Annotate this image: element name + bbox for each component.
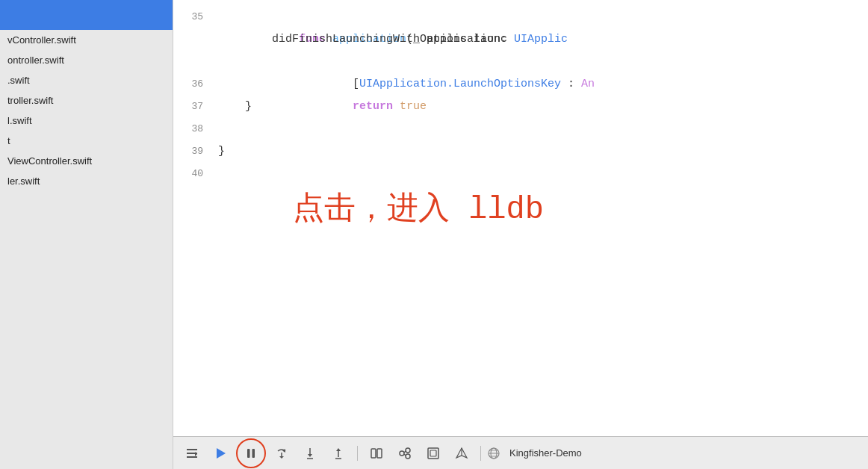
simulate-location-button[interactable] <box>449 443 474 464</box>
pause-button[interactable] <box>236 438 266 468</box>
sidebar-item-6[interactable]: t <box>0 131 173 151</box>
line-num-35: 35 <box>173 6 218 28</box>
hide-vars-icon <box>185 447 199 460</box>
step-out-icon <box>332 447 345 460</box>
step-into-icon <box>303 447 317 460</box>
svg-rect-6 <box>252 449 255 458</box>
svg-rect-23 <box>428 448 438 459</box>
line-num-40: 40 <box>173 163 218 185</box>
svg-rect-24 <box>430 450 436 456</box>
svg-point-18 <box>400 451 404 456</box>
divider-2 <box>480 446 481 461</box>
code-line-35: 35 func application(_ application: UIApp… <box>173 6 868 28</box>
code-line-37: 37 } <box>173 96 868 118</box>
sidebar-item-2[interactable]: ontroller.swift <box>0 50 173 70</box>
debug-toolbar: Pause program execution <box>173 436 868 469</box>
sidebar-item-3[interactable]: .swift <box>0 70 173 90</box>
annotation-text: 点击，进入 lldb <box>293 187 544 229</box>
pause-icon <box>244 447 258 460</box>
simulate-location-icon <box>455 447 468 460</box>
sidebar-item-4[interactable]: troller.swift <box>0 90 173 111</box>
continue-button[interactable] <box>208 443 233 464</box>
step-out-button[interactable] <box>326 443 351 464</box>
code-line-cont2: [UIApplication.LaunchOptionsKey : An <box>173 51 868 73</box>
code-lines: 35 func application(_ application: UIApp… <box>173 0 868 191</box>
svg-point-19 <box>406 448 410 453</box>
svg-rect-2 <box>187 456 197 458</box>
svg-rect-5 <box>247 449 250 458</box>
code-line-cont1: didFinishLaunchingWithOptions launc <box>173 28 868 51</box>
hide-debug-area-button[interactable] <box>179 443 205 464</box>
line-code-cont1: didFinishLaunchingWithOptions launc <box>218 28 868 51</box>
sidebar-item-5[interactable]: l.swift <box>0 111 173 131</box>
sidebar: vController.swift ontroller.swift .swift… <box>0 0 173 469</box>
svg-marker-3 <box>195 452 197 456</box>
svg-marker-9 <box>279 456 284 459</box>
debug-view-button[interactable] <box>421 443 446 464</box>
shared-libs-icon <box>398 447 412 460</box>
line-num-38: 38 <box>173 118 218 140</box>
step-into-button[interactable] <box>297 443 323 464</box>
sidebar-item-1[interactable]: vController.swift <box>0 30 173 50</box>
code-area: 35 func application(_ application: UIApp… <box>173 0 868 469</box>
svg-marker-4 <box>217 448 226 459</box>
main-layout: vController.swift ontroller.swift .swift… <box>0 0 868 469</box>
view-memory-icon <box>370 447 383 460</box>
step-over-icon <box>275 447 288 460</box>
line-num-36: 36 <box>173 73 218 96</box>
svg-line-21 <box>404 451 406 453</box>
line-code-37: } <box>218 96 868 118</box>
line-code-39: } <box>218 140 868 163</box>
line-num-39: 39 <box>173 140 218 163</box>
svg-rect-0 <box>187 449 197 450</box>
debug-view-icon <box>427 447 440 460</box>
svg-line-22 <box>404 454 406 456</box>
view-memory-button[interactable] <box>364 443 389 464</box>
svg-marker-11 <box>308 454 312 457</box>
code-editor[interactable]: 35 func application(_ application: UIApp… <box>173 0 868 436</box>
shared-libs-button[interactable] <box>392 443 418 464</box>
sidebar-item-7[interactable]: ViewController.swift <box>0 151 173 171</box>
line-num-37: 37 <box>173 96 218 118</box>
divider-1 <box>357 446 358 461</box>
svg-rect-16 <box>371 449 376 458</box>
sidebar-selected-item[interactable] <box>0 0 173 30</box>
code-line-39: 39 } <box>173 140 868 163</box>
code-line-36: 36 return true <box>173 73 868 96</box>
project-name-label: Kingfisher-Demo <box>509 447 582 459</box>
svg-point-20 <box>406 454 410 459</box>
svg-rect-17 <box>377 449 382 458</box>
sidebar-item-8[interactable]: ler.swift <box>0 171 173 191</box>
scheme-icon <box>487 447 500 460</box>
pause-button-wrapper: Pause program execution <box>236 438 266 468</box>
play-icon <box>214 447 227 460</box>
step-over-button[interactable] <box>269 443 294 464</box>
svg-marker-14 <box>336 448 341 451</box>
code-line-40: 40 <box>173 163 868 185</box>
